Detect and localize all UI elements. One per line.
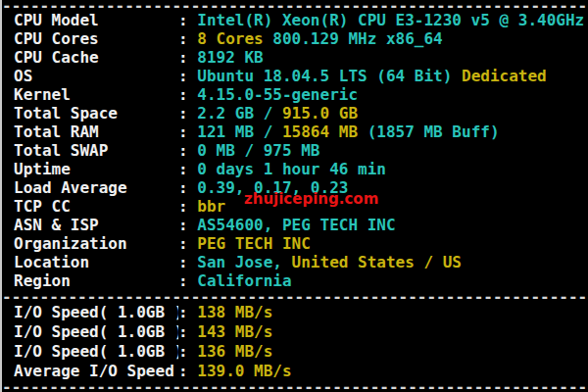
value-segment: 0 days 1 hour 46 min — [197, 160, 386, 178]
colon-separator: : — [178, 122, 197, 141]
value-segment: 15864 MB — [282, 122, 358, 141]
info-row: OS: Ubuntu 18.04.5 LTS (64 Bit) Dedicate… — [2, 67, 588, 85]
value-segment: (1857 MB Buff) — [358, 122, 500, 141]
field-label: ASN & ISP — [14, 216, 178, 234]
separator-bottom: ----------------------------------------… — [2, 381, 588, 392]
value-segment: United States / US — [292, 253, 462, 271]
field-label: Organization — [14, 234, 178, 253]
value-segment: 121 MB / — [197, 122, 282, 141]
colon-separator: : — [178, 160, 197, 178]
field-label: Average I/O Speed — [14, 362, 178, 381]
value-segment: Dedicated — [452, 67, 546, 85]
value-segment: AS54600, PEG TECH INC — [197, 216, 395, 234]
colon-separator: : — [178, 322, 197, 342]
colon-separator: : — [178, 362, 197, 381]
value-segment: 136 MB/s — [197, 342, 272, 361]
field-value: 136 MB/s — [197, 342, 272, 362]
colon-separator: : — [178, 271, 197, 290]
info-row: Average I/O Speed: 139.0 MB/s — [2, 362, 588, 381]
field-label: Location — [14, 253, 178, 271]
io-speed-section: I/O Speed( 1.0GB ): 138 MB/sI/O Speed( 1… — [2, 303, 588, 381]
value-segment: 4.15.0-55-generic — [197, 85, 358, 104]
field-label: Kernel — [14, 85, 178, 104]
colon-separator: : — [178, 342, 197, 362]
field-value: AS54600, PEG TECH INC — [197, 216, 395, 234]
field-label: OS — [14, 67, 178, 85]
colon-separator: : — [178, 197, 197, 216]
colon-separator: : — [178, 141, 197, 160]
value-segment: 8 Cores — [197, 29, 263, 48]
field-value: 2.2 GB / 915.0 GB — [197, 104, 358, 122]
info-row: CPU Cache: 8192 KB — [2, 48, 588, 67]
info-row: Location: San Jose, United States / US — [2, 253, 588, 271]
field-value: California — [197, 271, 291, 290]
colon-separator: : — [178, 178, 197, 197]
field-label: CPU Model — [14, 11, 178, 29]
value-segment: 8192 KB — [197, 48, 263, 67]
field-value: 0 MB / 975 MB — [197, 141, 319, 160]
info-row: I/O Speed( 1.0GB ): 136 MB/s — [2, 342, 588, 362]
colon-separator: : — [178, 234, 197, 253]
field-label: Total RAM — [14, 122, 178, 141]
field-value: Ubuntu 18.04.5 LTS (64 Bit) Dedicated — [197, 67, 546, 85]
field-value: PEG TECH INC — [197, 234, 311, 253]
separator-middle: ----------------------------------------… — [2, 290, 588, 303]
colon-separator: : — [178, 253, 197, 271]
field-value: 143 MB/s — [197, 322, 272, 342]
info-row: Total SWAP: 0 MB / 975 MB — [2, 141, 588, 160]
colon-separator: : — [178, 216, 197, 234]
field-value: bbr — [197, 197, 225, 216]
info-row: ASN & ISP: AS54600, PEG TECH INC — [2, 216, 588, 234]
info-row: Kernel: 4.15.0-55-generic — [2, 85, 588, 104]
colon-separator: : — [178, 104, 197, 122]
field-value: 8192 KB — [197, 48, 263, 67]
info-row: CPU Cores: 8 Cores 800.129 MHz x86_64 — [2, 29, 588, 48]
value-segment: PEG TECH INC — [197, 234, 311, 253]
field-value: San Jose, United States / US — [197, 253, 462, 271]
field-label: Region — [14, 271, 178, 290]
watermark-text: zhujiceping.com — [244, 190, 378, 208]
colon-separator: : — [178, 48, 197, 67]
info-row: Organization: PEG TECH INC — [2, 234, 588, 253]
info-row: I/O Speed( 1.0GB ): 143 MB/s — [2, 322, 588, 342]
value-segment: California — [197, 271, 291, 290]
info-row: Uptime: 0 days 1 hour 46 min — [2, 160, 588, 178]
value-segment: 143 MB/s — [197, 322, 272, 341]
info-row: Total Space: 2.2 GB / 915.0 GB — [2, 104, 588, 122]
value-segment: Ubuntu 18.04.5 LTS (64 Bit) — [197, 67, 452, 85]
colon-separator: : — [178, 11, 197, 29]
field-label: Load Average — [14, 178, 178, 197]
info-row: CPU Model: Intel(R) Xeon(R) CPU E3-1230 … — [2, 11, 588, 29]
value-segment: 2.2 GB / — [197, 104, 282, 122]
info-row: Region: California — [2, 271, 588, 290]
field-label: CPU Cores — [14, 29, 178, 48]
terminal-window: ----------------------------------------… — [0, 0, 588, 392]
field-value: 4.15.0-55-generic — [197, 85, 358, 104]
value-segment: 139.0 MB/s — [197, 362, 291, 380]
field-label: Total SWAP — [14, 141, 178, 160]
field-value: 0 days 1 hour 46 min — [197, 160, 386, 178]
value-segment: Intel(R) Xeon(R) CPU E3-1230 v5 @ 3.40GH… — [197, 11, 584, 29]
field-value: 138 MB/s — [197, 303, 272, 322]
value-segment: San Jose, — [197, 253, 291, 271]
field-label: I/O Speed( 1.0GB ) — [14, 342, 178, 362]
value-segment: 138 MB/s — [197, 303, 272, 321]
field-label: TCP CC — [14, 197, 178, 216]
system-info-section: CPU Model: Intel(R) Xeon(R) CPU E3-1230 … — [2, 11, 588, 290]
value-segment: 0 MB / 975 MB — [197, 141, 319, 160]
colon-separator: : — [178, 29, 197, 48]
colon-separator: : — [178, 85, 197, 104]
info-row: I/O Speed( 1.0GB ): 138 MB/s — [2, 303, 588, 322]
colon-separator: : — [178, 67, 197, 85]
field-label: Uptime — [14, 160, 178, 178]
field-label: I/O Speed( 1.0GB ) — [14, 303, 178, 322]
field-value: 121 MB / 15864 MB (1857 MB Buff) — [197, 122, 499, 141]
field-label: I/O Speed( 1.0GB ) — [14, 322, 178, 342]
field-value: 8 Cores 800.129 MHz x86_64 — [197, 29, 442, 48]
field-label: Total Space — [14, 104, 178, 122]
field-label: CPU Cache — [14, 48, 178, 67]
field-value: 139.0 MB/s — [197, 362, 291, 381]
value-segment: bbr — [197, 197, 225, 216]
value-segment: 800.129 MHz x86_64 — [264, 29, 443, 48]
separator-top: ----------------------------------------… — [2, 0, 588, 11]
